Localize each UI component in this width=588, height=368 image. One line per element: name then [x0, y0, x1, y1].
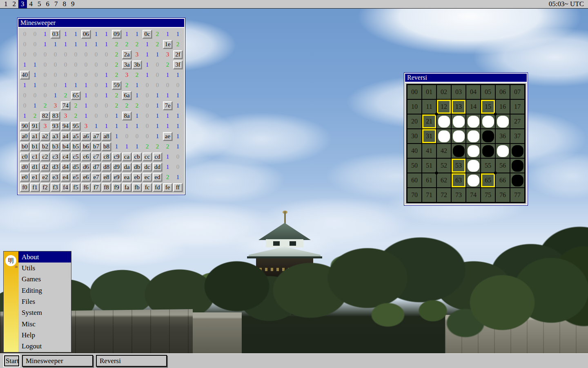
minesweeper-cell-a0[interactable]: a0: [20, 132, 29, 141]
minesweeper-cell-2a[interactable]: 2a: [122, 50, 131, 59]
workspace-6[interactable]: 6: [44, 0, 52, 8]
minesweeper-cell-eb[interactable]: eb: [132, 173, 142, 182]
minesweeper-cell-03[interactable]: 03: [51, 30, 60, 38]
workspace-2[interactable]: 2: [10, 0, 19, 8]
minesweeper-cell-e5[interactable]: e5: [71, 173, 80, 182]
minesweeper-cell-e2[interactable]: e2: [40, 173, 50, 182]
reversi-cell-56[interactable]: 56: [496, 159, 510, 173]
workspace-8[interactable]: 8: [60, 0, 69, 8]
minesweeper-cell-cd[interactable]: cd: [153, 153, 162, 161]
reversi-cell[interactable]: [452, 144, 466, 158]
minesweeper-cell-c7[interactable]: c7: [91, 153, 101, 161]
minesweeper-cell-d5[interactable]: d5: [71, 163, 80, 171]
reversi-cell[interactable]: [452, 129, 466, 143]
start-button[interactable]: Start: [4, 355, 19, 366]
reversi-cell-14[interactable]: 14: [466, 100, 480, 114]
minesweeper-cell-a6[interactable]: a6: [81, 132, 91, 141]
minesweeper-cell-fc[interactable]: fc: [143, 183, 152, 192]
reversi-cell-42[interactable]: 42: [437, 144, 451, 158]
reversi-cell-03[interactable]: 03: [452, 85, 466, 99]
reversi-cell-77[interactable]: 77: [510, 188, 524, 202]
reversi-cell[interactable]: [510, 144, 524, 158]
minesweeper-cell-e8[interactable]: e8: [102, 173, 111, 182]
workspace-1[interactable]: 1: [2, 0, 10, 8]
minesweeper-cell-f6[interactable]: f6: [81, 183, 91, 192]
reversi-cell-55[interactable]: 55: [481, 159, 495, 173]
minesweeper-cell-e4[interactable]: e4: [61, 173, 70, 182]
minesweeper-cell-b7[interactable]: b7: [91, 142, 101, 151]
minesweeper-cell-dd[interactable]: dd: [153, 163, 162, 171]
reversi-cell[interactable]: [466, 144, 480, 158]
reversi-cell[interactable]: [510, 173, 524, 187]
minesweeper-cell-e0[interactable]: e0: [20, 173, 29, 182]
reversi-cell-50[interactable]: 50: [408, 159, 421, 173]
minesweeper-cell-f9[interactable]: f9: [112, 183, 121, 192]
reversi-cell[interactable]: [496, 144, 510, 158]
reversi-cell-00[interactable]: 00: [408, 85, 421, 99]
minesweeper-cell-ff[interactable]: ff: [173, 183, 183, 192]
reversi-cell-31[interactable]: 31: [422, 129, 436, 143]
reversi-cell-51[interactable]: 51: [422, 159, 436, 173]
minesweeper-cell-d6[interactable]: d6: [81, 163, 91, 171]
reversi-cell-07[interactable]: 07: [510, 85, 524, 99]
workspace-4[interactable]: 4: [27, 0, 36, 8]
minesweeper-cell-f7[interactable]: f7: [91, 183, 101, 192]
minesweeper-cell-e3[interactable]: e3: [51, 173, 60, 182]
reversi-cell-10[interactable]: 10: [408, 100, 421, 114]
reversi-cell-60[interactable]: 60: [408, 173, 421, 187]
menu-item-system[interactable]: System: [18, 307, 71, 319]
minesweeper-cell-d1[interactable]: d1: [30, 163, 40, 171]
menu-item-misc[interactable]: Misc: [18, 319, 71, 330]
minesweeper-cell-0c[interactable]: 0c: [143, 30, 152, 38]
minesweeper-cell-c8[interactable]: c8: [102, 153, 111, 161]
reversi-cell[interactable]: [437, 114, 451, 128]
reversi-cell-04[interactable]: 04: [466, 85, 480, 99]
reversi-cell-40[interactable]: 40: [408, 144, 421, 158]
minesweeper-cell-f8[interactable]: f8: [102, 183, 111, 192]
menu-item-help[interactable]: Help: [18, 330, 71, 341]
minesweeper-cell-fa[interactable]: fa: [122, 183, 131, 192]
reversi-cell-62[interactable]: 62: [437, 173, 451, 187]
menu-item-utils[interactable]: Utils: [18, 263, 71, 274]
minesweeper-cell-2f[interactable]: 2f: [173, 50, 183, 59]
reversi-cell-15[interactable]: 15: [481, 100, 495, 114]
minesweeper-cell-a7[interactable]: a7: [91, 132, 101, 141]
minesweeper-cell-a5[interactable]: a5: [71, 132, 80, 141]
workspace-5[interactable]: 5: [35, 0, 44, 8]
reversi-cell[interactable]: [452, 114, 466, 128]
minesweeper-cell-f5[interactable]: f5: [71, 183, 80, 192]
minesweeper-cell-ca[interactable]: ca: [122, 153, 131, 161]
minesweeper-cell-82[interactable]: 82: [40, 112, 50, 120]
reversi-cell-36[interactable]: 36: [496, 129, 510, 143]
reversi-cell-17[interactable]: 17: [510, 100, 524, 114]
reversi-cell-01[interactable]: 01: [422, 85, 436, 99]
reversi-cell[interactable]: [496, 114, 510, 128]
reversi-cell-63[interactable]: 63: [452, 173, 466, 187]
reversi-cell[interactable]: [437, 129, 451, 143]
reversi-cell-61[interactable]: 61: [422, 173, 436, 187]
minesweeper-cell-a4[interactable]: a4: [61, 132, 70, 141]
reversi-cell[interactable]: [481, 129, 495, 143]
reversi-cell-06[interactable]: 06: [496, 85, 510, 99]
reversi-cell-65[interactable]: 65: [481, 173, 495, 187]
minesweeper-cell-a1[interactable]: a1: [30, 132, 40, 141]
minesweeper-cell-b0[interactable]: b0: [20, 142, 29, 151]
minesweeper-cell-83[interactable]: 83: [51, 112, 60, 120]
minesweeper-cell-d8[interactable]: d8: [102, 163, 111, 171]
minesweeper-cell-c1[interactable]: c1: [30, 153, 40, 161]
minesweeper-cell-06[interactable]: 06: [81, 30, 91, 38]
menu-item-logout[interactable]: Logout: [18, 341, 71, 352]
minesweeper-cell-f4[interactable]: f4: [61, 183, 70, 192]
minesweeper-cell-e1[interactable]: e1: [30, 173, 40, 182]
reversi-cell-41[interactable]: 41: [422, 144, 436, 158]
minesweeper-cell-b1[interactable]: b1: [30, 142, 40, 151]
minesweeper-cell-dc[interactable]: dc: [143, 163, 152, 171]
minesweeper-cell-3a[interactable]: 3a: [122, 61, 131, 69]
minesweeper-cell-b4[interactable]: b4: [61, 142, 70, 151]
minesweeper-cell-65[interactable]: 65: [71, 91, 80, 100]
minesweeper-titlebar[interactable]: Minesweeper: [18, 19, 184, 27]
reversi-cell-12[interactable]: 12: [437, 100, 451, 114]
minesweeper-cell-c3[interactable]: c3: [51, 153, 60, 161]
minesweeper-cell-f2[interactable]: f2: [40, 183, 50, 192]
reversi-cell-27[interactable]: 27: [510, 114, 524, 128]
